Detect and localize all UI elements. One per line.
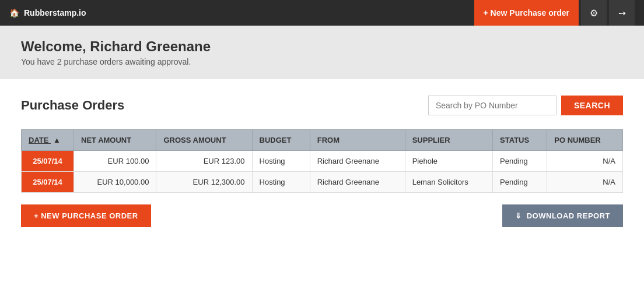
po-search-area: SEARCH: [428, 96, 623, 115]
po-table: DATE ▲ NET AMOUNT GROSS AMOUNT BUDGET FR…: [21, 129, 623, 193]
cell-po-number: N/A: [547, 172, 623, 193]
col-from[interactable]: FROM: [310, 130, 405, 151]
welcome-subtext: You have 2 purchase orders awaiting appr…: [21, 57, 623, 66]
cell-date: 25/07/14: [22, 172, 74, 193]
download-report-label: DOWNLOAD REPORT: [527, 211, 610, 220]
download-icon: ⇓: [515, 211, 522, 220]
settings-button[interactable]: ⚙: [581, 0, 607, 26]
cell-gross-amount: EUR 12,300.00: [156, 172, 252, 193]
col-net-amount[interactable]: NET AMOUNT: [74, 130, 156, 151]
cell-supplier: Piehole: [405, 151, 492, 172]
navbar-logo: Rubberstamp.io: [24, 8, 86, 17]
new-po-button[interactable]: + NEW PURCHASE ORDER: [21, 204, 151, 227]
col-po-number[interactable]: PO NUMBER: [547, 130, 623, 151]
cell-supplier: Leman Solicitors: [405, 172, 492, 193]
col-budget[interactable]: BUDGET: [252, 130, 310, 151]
logout-icon: ➙: [618, 8, 626, 19]
home-icon: 🏠: [9, 8, 19, 17]
navbar-right: + New Purchase order ⚙ ➙: [474, 0, 635, 26]
cell-po-number: N/A: [547, 151, 623, 172]
cell-gross-amount: EUR 123.00: [156, 151, 252, 172]
cell-net-amount: EUR 100.00: [74, 151, 156, 172]
cell-from: Richard Greenane: [310, 172, 405, 193]
cell-status: Pending: [493, 172, 547, 193]
navbar: 🏠 Rubberstamp.io + New Purchase order ⚙ …: [0, 0, 644, 26]
po-header: Purchase Orders SEARCH: [21, 96, 623, 115]
cell-budget: Hosting: [252, 151, 310, 172]
navbar-new-order-button[interactable]: + New Purchase order: [474, 0, 579, 26]
col-supplier[interactable]: SUPPLIER: [405, 130, 492, 151]
table-body: 25/07/14 EUR 100.00 EUR 123.00 Hosting R…: [22, 151, 623, 193]
po-footer: + NEW PURCHASE ORDER ⇓ DOWNLOAD REPORT: [21, 204, 623, 227]
download-report-button[interactable]: ⇓ DOWNLOAD REPORT: [502, 204, 623, 227]
gear-icon: ⚙: [590, 8, 598, 19]
welcome-banner: Welcome, Richard Greenane You have 2 pur…: [0, 26, 644, 79]
po-search-button[interactable]: SEARCH: [561, 96, 623, 115]
sort-arrow-icon: ▲: [53, 136, 61, 144]
cell-from: Richard Greenane: [310, 151, 405, 172]
navbar-left: 🏠 Rubberstamp.io: [9, 8, 86, 17]
col-date[interactable]: DATE ▲: [22, 130, 74, 151]
table-header: DATE ▲ NET AMOUNT GROSS AMOUNT BUDGET FR…: [22, 130, 623, 151]
logout-button[interactable]: ➙: [609, 0, 635, 26]
cell-status: Pending: [493, 151, 547, 172]
cell-net-amount: EUR 10,000.00: [74, 172, 156, 193]
po-title: Purchase Orders: [21, 98, 124, 113]
table-row: 25/07/14 EUR 100.00 EUR 123.00 Hosting R…: [22, 151, 623, 172]
welcome-heading: Welcome, Richard Greenane: [21, 38, 623, 55]
table-row: 25/07/14 EUR 10,000.00 EUR 12,300.00 Hos…: [22, 172, 623, 193]
cell-date: 25/07/14: [22, 151, 74, 172]
col-gross-amount[interactable]: GROSS AMOUNT: [156, 130, 252, 151]
po-search-input[interactable]: [428, 96, 556, 115]
cell-budget: Hosting: [252, 172, 310, 193]
col-status[interactable]: STATUS: [493, 130, 547, 151]
main-content: Purchase Orders SEARCH DATE ▲ NET AMOUNT…: [0, 79, 644, 293]
